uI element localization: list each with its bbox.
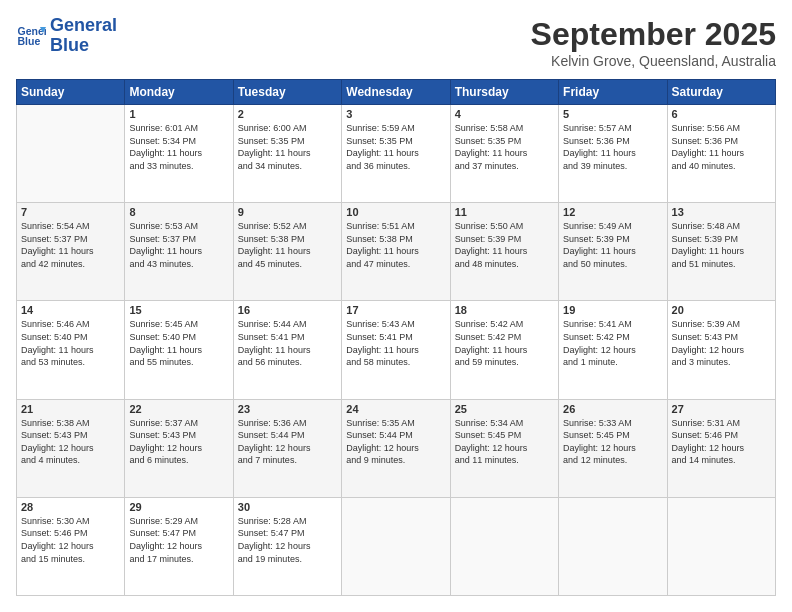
day-info: Sunrise: 5:34 AM Sunset: 5:45 PM Dayligh… bbox=[455, 417, 554, 467]
day-number: 25 bbox=[455, 403, 554, 415]
calendar-cell: 22Sunrise: 5:37 AM Sunset: 5:43 PM Dayli… bbox=[125, 399, 233, 497]
calendar-cell: 28Sunrise: 5:30 AM Sunset: 5:46 PM Dayli… bbox=[17, 497, 125, 595]
calendar-cell: 1Sunrise: 6:01 AM Sunset: 5:34 PM Daylig… bbox=[125, 105, 233, 203]
day-info: Sunrise: 5:35 AM Sunset: 5:44 PM Dayligh… bbox=[346, 417, 445, 467]
logo-icon: General Blue bbox=[16, 21, 46, 51]
calendar-cell: 15Sunrise: 5:45 AM Sunset: 5:40 PM Dayli… bbox=[125, 301, 233, 399]
day-number: 9 bbox=[238, 206, 337, 218]
calendar-week-row: 28Sunrise: 5:30 AM Sunset: 5:46 PM Dayli… bbox=[17, 497, 776, 595]
calendar-cell: 19Sunrise: 5:41 AM Sunset: 5:42 PM Dayli… bbox=[559, 301, 667, 399]
calendar-cell: 23Sunrise: 5:36 AM Sunset: 5:44 PM Dayli… bbox=[233, 399, 341, 497]
calendar-week-row: 21Sunrise: 5:38 AM Sunset: 5:43 PM Dayli… bbox=[17, 399, 776, 497]
day-number: 26 bbox=[563, 403, 662, 415]
calendar-cell: 13Sunrise: 5:48 AM Sunset: 5:39 PM Dayli… bbox=[667, 203, 775, 301]
day-number: 8 bbox=[129, 206, 228, 218]
day-info: Sunrise: 5:46 AM Sunset: 5:40 PM Dayligh… bbox=[21, 318, 120, 368]
calendar-cell bbox=[450, 497, 558, 595]
month-title: September 2025 bbox=[531, 16, 776, 53]
day-info: Sunrise: 5:30 AM Sunset: 5:46 PM Dayligh… bbox=[21, 515, 120, 565]
day-number: 16 bbox=[238, 304, 337, 316]
calendar-cell: 16Sunrise: 5:44 AM Sunset: 5:41 PM Dayli… bbox=[233, 301, 341, 399]
day-number: 2 bbox=[238, 108, 337, 120]
day-number: 13 bbox=[672, 206, 771, 218]
column-header-tuesday: Tuesday bbox=[233, 80, 341, 105]
column-header-wednesday: Wednesday bbox=[342, 80, 450, 105]
day-number: 21 bbox=[21, 403, 120, 415]
location: Kelvin Grove, Queensland, Australia bbox=[531, 53, 776, 69]
calendar-cell: 27Sunrise: 5:31 AM Sunset: 5:46 PM Dayli… bbox=[667, 399, 775, 497]
day-info: Sunrise: 5:48 AM Sunset: 5:39 PM Dayligh… bbox=[672, 220, 771, 270]
day-info: Sunrise: 5:37 AM Sunset: 5:43 PM Dayligh… bbox=[129, 417, 228, 467]
calendar-cell: 9Sunrise: 5:52 AM Sunset: 5:38 PM Daylig… bbox=[233, 203, 341, 301]
day-info: Sunrise: 6:01 AM Sunset: 5:34 PM Dayligh… bbox=[129, 122, 228, 172]
column-header-sunday: Sunday bbox=[17, 80, 125, 105]
day-number: 27 bbox=[672, 403, 771, 415]
day-info: Sunrise: 5:53 AM Sunset: 5:37 PM Dayligh… bbox=[129, 220, 228, 270]
calendar-cell: 14Sunrise: 5:46 AM Sunset: 5:40 PM Dayli… bbox=[17, 301, 125, 399]
day-info: Sunrise: 5:44 AM Sunset: 5:41 PM Dayligh… bbox=[238, 318, 337, 368]
day-number: 19 bbox=[563, 304, 662, 316]
calendar-header-row: SundayMondayTuesdayWednesdayThursdayFrid… bbox=[17, 80, 776, 105]
day-number: 5 bbox=[563, 108, 662, 120]
day-number: 17 bbox=[346, 304, 445, 316]
svg-text:Blue: Blue bbox=[18, 35, 41, 47]
day-info: Sunrise: 5:36 AM Sunset: 5:44 PM Dayligh… bbox=[238, 417, 337, 467]
day-number: 7 bbox=[21, 206, 120, 218]
day-info: Sunrise: 5:39 AM Sunset: 5:43 PM Dayligh… bbox=[672, 318, 771, 368]
day-number: 11 bbox=[455, 206, 554, 218]
column-header-saturday: Saturday bbox=[667, 80, 775, 105]
calendar-table: SundayMondayTuesdayWednesdayThursdayFrid… bbox=[16, 79, 776, 596]
calendar-cell bbox=[17, 105, 125, 203]
calendar-cell bbox=[559, 497, 667, 595]
day-number: 12 bbox=[563, 206, 662, 218]
day-info: Sunrise: 5:57 AM Sunset: 5:36 PM Dayligh… bbox=[563, 122, 662, 172]
day-info: Sunrise: 5:58 AM Sunset: 5:35 PM Dayligh… bbox=[455, 122, 554, 172]
day-info: Sunrise: 5:59 AM Sunset: 5:35 PM Dayligh… bbox=[346, 122, 445, 172]
calendar-cell: 20Sunrise: 5:39 AM Sunset: 5:43 PM Dayli… bbox=[667, 301, 775, 399]
column-header-friday: Friday bbox=[559, 80, 667, 105]
calendar-cell: 18Sunrise: 5:42 AM Sunset: 5:42 PM Dayli… bbox=[450, 301, 558, 399]
day-info: Sunrise: 5:38 AM Sunset: 5:43 PM Dayligh… bbox=[21, 417, 120, 467]
calendar-cell: 11Sunrise: 5:50 AM Sunset: 5:39 PM Dayli… bbox=[450, 203, 558, 301]
day-number: 10 bbox=[346, 206, 445, 218]
day-number: 4 bbox=[455, 108, 554, 120]
calendar-cell: 25Sunrise: 5:34 AM Sunset: 5:45 PM Dayli… bbox=[450, 399, 558, 497]
calendar-cell: 3Sunrise: 5:59 AM Sunset: 5:35 PM Daylig… bbox=[342, 105, 450, 203]
page: General Blue General Blue September 2025… bbox=[0, 0, 792, 612]
calendar-cell: 10Sunrise: 5:51 AM Sunset: 5:38 PM Dayli… bbox=[342, 203, 450, 301]
calendar-week-row: 1Sunrise: 6:01 AM Sunset: 5:34 PM Daylig… bbox=[17, 105, 776, 203]
day-number: 6 bbox=[672, 108, 771, 120]
header: General Blue General Blue September 2025… bbox=[16, 16, 776, 69]
day-info: Sunrise: 5:42 AM Sunset: 5:42 PM Dayligh… bbox=[455, 318, 554, 368]
calendar-week-row: 14Sunrise: 5:46 AM Sunset: 5:40 PM Dayli… bbox=[17, 301, 776, 399]
day-info: Sunrise: 5:52 AM Sunset: 5:38 PM Dayligh… bbox=[238, 220, 337, 270]
day-number: 1 bbox=[129, 108, 228, 120]
day-info: Sunrise: 5:28 AM Sunset: 5:47 PM Dayligh… bbox=[238, 515, 337, 565]
day-number: 14 bbox=[21, 304, 120, 316]
day-number: 3 bbox=[346, 108, 445, 120]
calendar-cell bbox=[667, 497, 775, 595]
calendar-cell: 7Sunrise: 5:54 AM Sunset: 5:37 PM Daylig… bbox=[17, 203, 125, 301]
calendar-cell: 5Sunrise: 5:57 AM Sunset: 5:36 PM Daylig… bbox=[559, 105, 667, 203]
day-info: Sunrise: 5:29 AM Sunset: 5:47 PM Dayligh… bbox=[129, 515, 228, 565]
calendar-week-row: 7Sunrise: 5:54 AM Sunset: 5:37 PM Daylig… bbox=[17, 203, 776, 301]
calendar-cell: 30Sunrise: 5:28 AM Sunset: 5:47 PM Dayli… bbox=[233, 497, 341, 595]
day-info: Sunrise: 5:51 AM Sunset: 5:38 PM Dayligh… bbox=[346, 220, 445, 270]
day-number: 28 bbox=[21, 501, 120, 513]
calendar-cell: 8Sunrise: 5:53 AM Sunset: 5:37 PM Daylig… bbox=[125, 203, 233, 301]
calendar-cell: 4Sunrise: 5:58 AM Sunset: 5:35 PM Daylig… bbox=[450, 105, 558, 203]
day-number: 24 bbox=[346, 403, 445, 415]
day-number: 23 bbox=[238, 403, 337, 415]
calendar-cell: 6Sunrise: 5:56 AM Sunset: 5:36 PM Daylig… bbox=[667, 105, 775, 203]
column-header-thursday: Thursday bbox=[450, 80, 558, 105]
day-number: 22 bbox=[129, 403, 228, 415]
day-info: Sunrise: 5:50 AM Sunset: 5:39 PM Dayligh… bbox=[455, 220, 554, 270]
day-info: Sunrise: 6:00 AM Sunset: 5:35 PM Dayligh… bbox=[238, 122, 337, 172]
calendar-cell: 17Sunrise: 5:43 AM Sunset: 5:41 PM Dayli… bbox=[342, 301, 450, 399]
calendar-cell: 21Sunrise: 5:38 AM Sunset: 5:43 PM Dayli… bbox=[17, 399, 125, 497]
calendar-cell: 29Sunrise: 5:29 AM Sunset: 5:47 PM Dayli… bbox=[125, 497, 233, 595]
day-info: Sunrise: 5:54 AM Sunset: 5:37 PM Dayligh… bbox=[21, 220, 120, 270]
day-number: 30 bbox=[238, 501, 337, 513]
calendar-cell bbox=[342, 497, 450, 595]
logo-text: General Blue bbox=[50, 16, 117, 56]
